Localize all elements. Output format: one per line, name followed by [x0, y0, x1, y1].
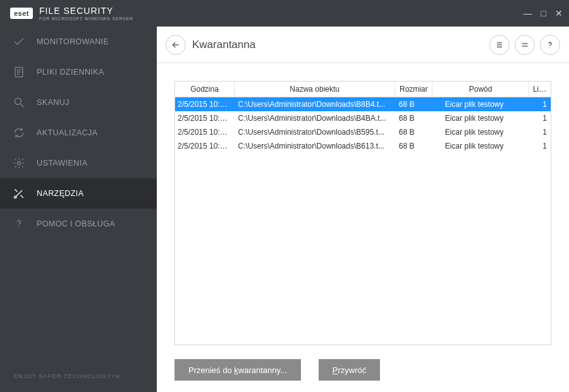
cell-name: C:\Users\Administrator\Downloads\B613.t.… [235, 139, 395, 153]
svg-point-15 [549, 47, 550, 47]
title-bar: eset FILE SECURITY FOR MICROSOFT WINDOWS… [0, 0, 569, 27]
cell-size: 68 B [395, 125, 432, 139]
file-icon [13, 66, 25, 78]
svg-point-8 [18, 226, 19, 227]
checkmark-icon [13, 35, 25, 48]
cell-reason: Eicar plik testowy [432, 125, 529, 139]
compact-view-button[interactable] [515, 35, 535, 55]
cell-name: C:\Users\Administrator\Downloads\B8B4.t.… [235, 97, 395, 112]
cell-time: 2/5/2015 10:14... [175, 97, 235, 112]
maximize-button[interactable]: □ [541, 8, 546, 18]
main-panel: Kwarantanna [157, 27, 569, 392]
sidebar-item-label: AKTUALIZACJA [37, 128, 98, 137]
sidebar-item-label: NARZĘDZIA [37, 189, 83, 198]
toolbar: Kwarantanna [157, 27, 569, 63]
restore-button[interactable]: Przywróć [319, 359, 380, 381]
refresh-icon [13, 126, 25, 139]
window-controls: — □ ✕ [523, 8, 563, 18]
list-view-button[interactable] [489, 35, 510, 55]
minimize-button[interactable]: — [523, 8, 532, 18]
sidebar-item-update[interactable]: AKTUALIZACJA [0, 118, 157, 148]
sidebar: MONITOROWANIE PLIKI DZIENNIKA SKANUJ AKT… [0, 27, 157, 392]
sidebar-item-monitoring[interactable]: MONITOROWANIE [0, 27, 157, 57]
table-row[interactable]: 2/5/2015 10:14...C:\Users\Administrator\… [175, 111, 551, 125]
sidebar-item-label: MONITOROWANIE [37, 37, 109, 46]
data-table: Godzina Nazwa obiektu Rozmiar Powód Lic.… [175, 82, 551, 153]
svg-point-4 [15, 98, 21, 104]
cell-count: 1 [529, 111, 551, 125]
cell-time: 2/5/2015 10:14... [175, 111, 235, 125]
svg-point-7 [15, 196, 16, 198]
cell-name: C:\Users\Administrator\Downloads\B595.t.… [235, 125, 395, 139]
cell-count: 1 [529, 97, 551, 112]
cell-size: 68 B [395, 139, 432, 153]
table-row[interactable]: 2/5/2015 10:14...C:\Users\Administrator\… [175, 97, 551, 112]
quarantine-table: Godzina Nazwa obiektu Rozmiar Powód Lic.… [174, 81, 551, 345]
rows-icon [520, 40, 530, 50]
page-title: Kwarantanna [192, 39, 255, 51]
question-icon [545, 40, 555, 50]
help-button[interactable] [540, 35, 560, 55]
sidebar-item-settings[interactable]: USTAWIENIA [0, 148, 157, 178]
arrow-left-icon [171, 40, 181, 50]
sidebar-footer: ENJOY SAFER TECHNOLOGYTM [0, 360, 157, 392]
content-area: Godzina Nazwa obiektu Rozmiar Powód Lic.… [157, 63, 569, 392]
cell-reason: Eicar plik testowy [432, 139, 529, 153]
svg-point-6 [18, 162, 21, 165]
app-subtitle: FOR MICROSOFT WINDOWS SERVER [39, 16, 133, 21]
sidebar-item-label: POMOC I OBSŁUGA [37, 219, 115, 228]
sidebar-item-label: USTAWIENIA [37, 159, 87, 168]
tools-icon [13, 187, 25, 200]
app-title: FILE SECURITY [39, 6, 133, 15]
brand-badge: eset [10, 8, 33, 19]
back-button[interactable] [166, 35, 186, 55]
sidebar-item-scan[interactable]: SKANUJ [0, 87, 157, 118]
sidebar-item-help[interactable]: POMOC I OBSŁUGA [0, 209, 157, 239]
brand-text: FILE SECURITY FOR MICROSOFT WINDOWS SERV… [39, 6, 133, 21]
svg-line-5 [21, 104, 24, 107]
table-header-row: Godzina Nazwa obiektu Rozmiar Powód Lic.… [175, 82, 551, 97]
sidebar-item-logs[interactable]: PLIKI DZIENNIKA [0, 57, 157, 87]
list-icon [494, 40, 505, 50]
col-size-header[interactable]: Rozmiar [395, 82, 432, 97]
cell-reason: Eicar plik testowy [432, 97, 529, 112]
gear-icon [13, 157, 25, 169]
cell-reason: Eicar plik testowy [432, 111, 529, 125]
col-name-header[interactable]: Nazwa obiektu [235, 82, 395, 97]
cell-size: 68 B [395, 111, 432, 125]
table-body: 2/5/2015 10:14...C:\Users\Administrator\… [175, 97, 551, 154]
search-icon [13, 96, 25, 109]
table-row[interactable]: 2/5/2015 10:14...C:\Users\Administrator\… [175, 125, 551, 139]
sidebar-item-label: PLIKI DZIENNIKA [37, 68, 104, 77]
cell-count: 1 [529, 139, 551, 153]
table-row[interactable]: 2/5/2015 10:14...C:\Users\Administrator\… [175, 139, 551, 153]
table-empty-space [175, 153, 551, 345]
sidebar-item-label: SKANUJ [37, 98, 70, 107]
app-body: MONITOROWANIE PLIKI DZIENNIKA SKANUJ AKT… [0, 27, 569, 392]
toolbar-actions [489, 35, 560, 55]
cell-size: 68 B [395, 97, 432, 112]
footer-tm: TM [111, 374, 120, 379]
footer-text: ENJOY SAFER TECHNOLOGY [14, 373, 111, 379]
cell-time: 2/5/2015 10:14... [175, 125, 235, 139]
action-bar: Przenieś do kwarantanny... Przywróć [174, 345, 551, 381]
col-count-header[interactable]: Lic... [529, 82, 551, 97]
cell-name: C:\Users\Administrator\Downloads\B4BA.t.… [235, 111, 395, 125]
col-reason-header[interactable]: Powód [432, 82, 529, 97]
sidebar-item-tools[interactable]: NARZĘDZIA [0, 178, 157, 209]
move-to-quarantine-button[interactable]: Przenieś do kwarantanny... [174, 359, 301, 381]
close-button[interactable]: ✕ [555, 8, 563, 18]
cell-time: 2/5/2015 10:14... [175, 139, 235, 153]
question-icon [13, 217, 25, 230]
app-window: eset FILE SECURITY FOR MICROSOFT WINDOWS… [0, 0, 569, 392]
col-time-header[interactable]: Godzina [175, 82, 235, 97]
cell-count: 1 [529, 125, 551, 139]
